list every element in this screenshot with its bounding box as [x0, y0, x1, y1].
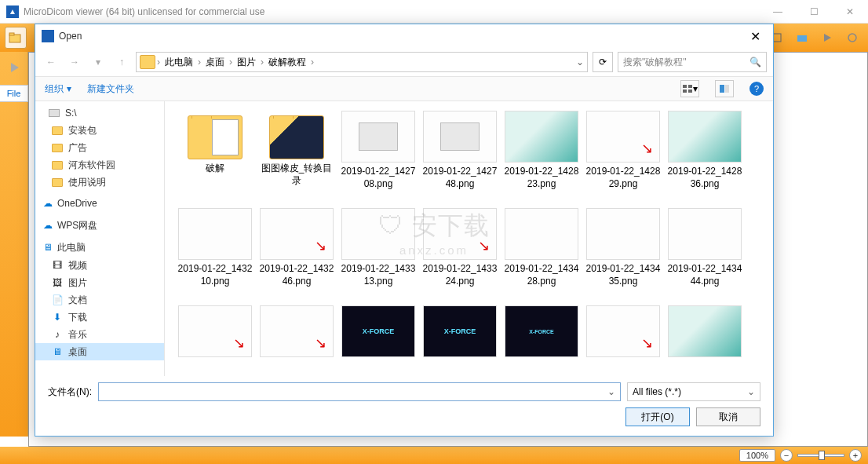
dialog-close-button[interactable]: ✕ — [743, 28, 767, 44]
new-folder-button[interactable]: 新建文件夹 — [87, 82, 134, 96]
breadcrumb[interactable]: › 此电脑› 桌面› 图片› 破解教程› ⌄ — [136, 52, 588, 72]
file-item[interactable]: 2019-01-22_142823.png — [501, 108, 582, 194]
svg-rect-8 — [688, 85, 692, 88]
file-item[interactable]: 2019-01-22_142708.png — [337, 108, 419, 194]
svg-marker-4 — [824, 34, 831, 42]
sidebar-drive[interactable]: S:\ — [35, 104, 164, 122]
sidebar-onedrive[interactable]: ☁OneDrive — [35, 194, 164, 213]
maximize-button[interactable]: ☐ — [796, 0, 832, 24]
svg-rect-12 — [725, 85, 729, 93]
file-label: 2019-01-22_143435.png — [585, 263, 661, 287]
thumbnail — [341, 111, 415, 163]
file-label: 2019-01-22_142823.png — [504, 166, 579, 190]
sidebar-thispc[interactable]: 🖥此电脑 — [35, 238, 164, 257]
sidebar-documents[interactable]: 📄文档 — [35, 291, 164, 309]
thumbnail — [505, 111, 578, 163]
svg-rect-1 — [9, 33, 14, 35]
folder-icon — [188, 115, 243, 159]
file-label: 2019-01-22_143324.png — [422, 263, 498, 287]
svg-rect-2 — [773, 34, 781, 42]
refresh-button[interactable]: ⟳ — [593, 52, 613, 72]
file-item[interactable]: ↘2019-01-22_143324.png — [419, 205, 501, 291]
file-item[interactable]: 图图橡皮_转换目录 — [256, 108, 337, 194]
file-item[interactable]: 2019-01-22_143210.png — [174, 205, 256, 291]
file-item[interactable]: X-FORCE — [337, 302, 419, 376]
sidebar-folder-3[interactable]: 使用说明 — [35, 174, 164, 191]
thumbnail: X-FORCE — [423, 305, 497, 357]
preview-pane-button[interactable] — [715, 80, 734, 97]
left-toolbar — [0, 52, 28, 437]
sidebar-folder-2[interactable]: 河东软件园 — [35, 156, 164, 174]
svg-rect-9 — [683, 90, 687, 93]
sidebar-pictures[interactable]: 🖼图片 — [35, 274, 164, 291]
play-side-button[interactable] — [3, 57, 25, 79]
file-label: 2019-01-22_143210.png — [177, 263, 253, 287]
thumbnail — [668, 208, 742, 260]
file-item[interactable]: X-FORCE — [419, 302, 501, 376]
sidebar-music[interactable]: ♪音乐 — [35, 326, 164, 343]
file-label: 2019-01-22_143246.png — [259, 263, 334, 287]
filename-label: 文件名(N): — [48, 385, 92, 399]
file-item[interactable]: 2019-01-22_143435.png — [582, 205, 664, 291]
file-item[interactable]: 2019-01-22_143444.png — [664, 205, 746, 291]
tool-btn-2[interactable] — [791, 27, 813, 49]
file-item[interactable]: ↘ — [174, 302, 256, 376]
sidebar-folder-0[interactable]: 安装包 — [35, 122, 164, 139]
zoom-in-button[interactable]: + — [849, 449, 862, 462]
svg-marker-6 — [11, 63, 19, 72]
nav-forward-button[interactable]: → — [65, 53, 84, 71]
thumbnail — [668, 111, 742, 163]
open-button[interactable]: 打开(O) — [625, 407, 690, 426]
filename-dropdown[interactable]: ⌄ — [604, 385, 618, 399]
file-list[interactable]: 破解图图橡皮_转换目录2019-01-22_142708.png2019-01-… — [165, 101, 773, 376]
file-item[interactable]: 2019-01-22_143313.png — [337, 205, 419, 291]
thumbnail — [178, 208, 252, 260]
file-label: 2019-01-22_142829.png — [585, 166, 661, 190]
zoom-out-button[interactable]: − — [780, 449, 793, 462]
thumbnail: ↘ — [260, 208, 334, 260]
open-folder-button[interactable] — [5, 27, 27, 49]
app-icon: ▲ — [6, 5, 19, 18]
sidebar: S:\ 安装包 广告 河东软件园 使用说明 ☁OneDrive ☁WPS网盘 🖥… — [35, 101, 165, 376]
file-item[interactable]: X-FORCE — [501, 302, 582, 376]
filter-dropdown[interactable]: All files (*.*)⌄ — [627, 382, 760, 401]
nav-up-button[interactable]: ↑ — [112, 53, 131, 71]
sidebar-folder-1[interactable]: 广告 — [35, 139, 164, 156]
file-item[interactable]: ↘2019-01-22_142829.png — [582, 108, 664, 194]
thumbnail: ↘ — [586, 111, 660, 163]
cancel-button[interactable]: 取消 — [696, 407, 760, 426]
file-item[interactable]: 破解 — [174, 108, 256, 194]
sidebar-desktop[interactable]: 🖥桌面 — [35, 343, 164, 360]
file-item[interactable]: ↘ — [256, 302, 337, 376]
file-label: 2019-01-22_142708.png — [341, 166, 416, 190]
refresh-button[interactable] — [841, 27, 863, 49]
file-item[interactable] — [664, 302, 746, 376]
sidebar-wps[interactable]: ☁WPS网盘 — [35, 216, 164, 235]
sidebar-videos[interactable]: 🎞视频 — [35, 257, 164, 274]
filename-input[interactable]: ⌄ — [98, 382, 621, 401]
organize-button[interactable]: 组织 ▾ — [45, 82, 71, 96]
minimize-button[interactable]: — — [760, 0, 796, 24]
file-item[interactable]: ↘2019-01-22_143246.png — [256, 205, 337, 291]
svg-rect-7 — [683, 85, 687, 88]
sidebar-downloads[interactable]: ⬇下载 — [35, 309, 164, 326]
view-mode-button[interactable]: ▾ — [680, 80, 699, 97]
zoom-slider[interactable] — [797, 454, 844, 457]
file-item[interactable]: ↘ — [582, 302, 664, 376]
dialog-toolbar: 组织 ▾ 新建文件夹 ▾ ? — [35, 76, 773, 101]
help-button[interactable]: ? — [749, 82, 764, 96]
file-item[interactable]: 2019-01-22_143428.png — [501, 205, 582, 291]
zoom-level[interactable]: 100% — [739, 449, 775, 462]
close-button[interactable]: ✕ — [832, 0, 868, 24]
file-item[interactable]: 2019-01-22_142748.png — [419, 108, 501, 194]
file-tab[interactable]: File — [0, 85, 28, 102]
file-label: 2019-01-22_143444.png — [667, 263, 742, 287]
file-label: 图图橡皮_转换目录 — [259, 163, 334, 187]
file-label: 2019-01-22_142748.png — [422, 166, 498, 190]
statusbar: 100% − + — [0, 447, 868, 464]
nav-recent-button[interactable]: ▾ — [89, 53, 108, 71]
file-item[interactable]: 2019-01-22_142836.png — [664, 108, 746, 194]
nav-back-button[interactable]: ← — [42, 53, 60, 71]
play-button[interactable] — [816, 27, 838, 49]
search-input[interactable]: 搜索"破解教程" 🔍 — [618, 52, 767, 72]
